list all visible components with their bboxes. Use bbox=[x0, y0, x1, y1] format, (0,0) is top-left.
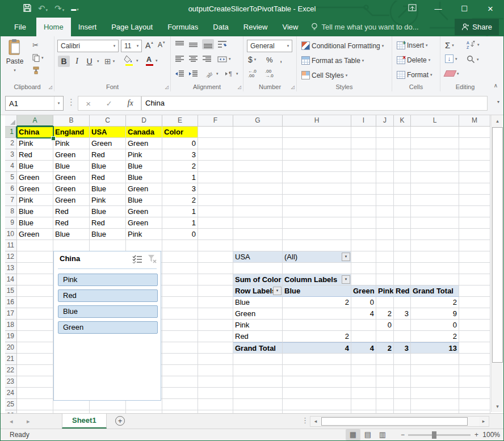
cell-D1[interactable]: Canada bbox=[126, 127, 162, 138]
cell-H17[interactable] bbox=[283, 308, 351, 320]
tab-page-layout[interactable]: Page Layout bbox=[104, 18, 160, 36]
cell-B3[interactable]: Green bbox=[53, 149, 90, 161]
cell-K12[interactable] bbox=[394, 251, 411, 263]
cell-I6[interactable] bbox=[351, 183, 376, 195]
cell-I11[interactable] bbox=[351, 240, 376, 251]
cell-E25[interactable] bbox=[162, 399, 198, 410]
tab-data[interactable]: Data bbox=[205, 18, 236, 36]
cell-J1[interactable] bbox=[376, 127, 394, 138]
cell-H19[interactable]: 2 bbox=[283, 331, 351, 342]
page-layout-view-icon[interactable]: ▤ bbox=[360, 429, 375, 440]
page-break-view-icon[interactable]: ▥ bbox=[375, 429, 390, 440]
cell-A20[interactable] bbox=[17, 342, 53, 354]
cell-G25[interactable] bbox=[233, 399, 283, 410]
cell-C9[interactable]: Red bbox=[90, 217, 126, 229]
cell-J25[interactable] bbox=[376, 399, 394, 410]
column-header-M[interactable]: M bbox=[459, 115, 490, 127]
cell-M24[interactable] bbox=[459, 388, 490, 399]
cell-M4[interactable] bbox=[459, 161, 490, 172]
zoom-in-icon[interactable]: + bbox=[474, 431, 478, 439]
cell-I14[interactable] bbox=[351, 274, 376, 285]
cell-A25[interactable] bbox=[17, 399, 53, 410]
cell-G22[interactable] bbox=[233, 365, 283, 376]
horizontal-scroll-thumb[interactable] bbox=[321, 417, 468, 426]
cell-A10[interactable]: Green bbox=[17, 229, 53, 240]
column-header-A[interactable]: A bbox=[17, 115, 53, 127]
sheet-grid[interactable]: ABCDEFGHIJKLM1ChinaEnglandUSACanadaColor… bbox=[5, 115, 503, 413]
cell-M7[interactable] bbox=[459, 195, 490, 206]
cell-M12[interactable] bbox=[459, 251, 490, 263]
row-header-24[interactable]: 24 bbox=[5, 388, 17, 399]
cell-K22[interactable] bbox=[394, 365, 411, 376]
cell-J8[interactable] bbox=[376, 206, 394, 217]
grow-font-button[interactable]: A▴ bbox=[145, 41, 154, 50]
row-header-23[interactable]: 23 bbox=[5, 376, 17, 388]
slicer-item-pink[interactable]: Pink bbox=[58, 274, 158, 286]
slicer-china[interactable]: ChinaPinkRedBlueGreen bbox=[53, 251, 161, 401]
cell-H18[interactable] bbox=[283, 320, 351, 331]
cell-F9[interactable] bbox=[198, 217, 233, 229]
zoom-level[interactable]: 100% bbox=[480, 431, 500, 439]
cell-K14[interactable] bbox=[394, 274, 411, 285]
cell-L10[interactable] bbox=[411, 229, 459, 240]
column-header-L[interactable]: L bbox=[411, 115, 459, 127]
collapse-ribbon-icon[interactable]: ∧ bbox=[494, 82, 498, 89]
cell-L2[interactable] bbox=[411, 138, 459, 149]
cell-E2[interactable]: 0 bbox=[162, 138, 198, 149]
cell-L9[interactable] bbox=[411, 217, 459, 229]
cell-L22[interactable] bbox=[411, 365, 459, 376]
find-select-button[interactable]: ▾ bbox=[467, 55, 479, 64]
cell-E17[interactable] bbox=[162, 308, 198, 320]
cell-K9[interactable] bbox=[394, 217, 411, 229]
name-box-caret-icon[interactable]: ▾ bbox=[54, 96, 63, 110]
text-direction-icon[interactable]: ¶▾ bbox=[225, 70, 238, 78]
cell-I25[interactable] bbox=[351, 399, 376, 410]
row-header-13[interactable]: 13 bbox=[5, 263, 17, 274]
cell-D5[interactable]: Blue bbox=[126, 172, 162, 183]
align-left-icon[interactable] bbox=[175, 55, 184, 63]
cell-H21[interactable] bbox=[283, 354, 351, 365]
clear-button[interactable]: ▾ bbox=[445, 70, 459, 77]
cell-M22[interactable] bbox=[459, 365, 490, 376]
cell-A23[interactable] bbox=[17, 376, 53, 388]
increase-indent-icon[interactable] bbox=[188, 70, 198, 78]
cell-H10[interactable] bbox=[283, 229, 351, 240]
cell-C4[interactable]: Blue bbox=[90, 161, 126, 172]
cell-A1[interactable]: China bbox=[17, 127, 53, 138]
cell-I17[interactable]: 4 bbox=[351, 308, 376, 320]
cell-I7[interactable] bbox=[351, 195, 376, 206]
borders-button[interactable]: ⊞▾ bbox=[104, 57, 115, 66]
align-middle-icon[interactable] bbox=[188, 40, 198, 48]
tab-formulas[interactable]: Formulas bbox=[160, 18, 205, 36]
cell-A13[interactable] bbox=[17, 263, 53, 274]
cell-G4[interactable] bbox=[233, 161, 283, 172]
cell-M20[interactable] bbox=[459, 342, 490, 354]
cell-G17[interactable]: Green bbox=[233, 308, 283, 320]
cell-F20[interactable] bbox=[198, 342, 233, 354]
cell-K3[interactable] bbox=[394, 149, 411, 161]
decrease-decimal-button[interactable]: .00→.0 bbox=[265, 69, 274, 78]
row-header-20[interactable]: 20 bbox=[5, 342, 17, 354]
cell-A15[interactable] bbox=[17, 285, 53, 297]
cell-F3[interactable] bbox=[198, 149, 233, 161]
cell-B6[interactable]: Green bbox=[53, 183, 90, 195]
cell-M18[interactable] bbox=[459, 320, 490, 331]
cell-F6[interactable] bbox=[198, 183, 233, 195]
row-header-11[interactable]: 11 bbox=[5, 240, 17, 251]
format-cells-button[interactable]: Format▾ bbox=[397, 71, 432, 79]
cell-J22[interactable] bbox=[376, 365, 394, 376]
name-box[interactable]: A1 ▾ bbox=[5, 96, 64, 111]
cell-I15[interactable]: Green bbox=[351, 285, 376, 297]
cell-J20[interactable]: 2 bbox=[376, 342, 394, 354]
cell-D2[interactable]: Green bbox=[126, 138, 162, 149]
scroll-right-icon[interactable]: ▸ bbox=[479, 417, 488, 426]
cell-B1[interactable]: England bbox=[53, 127, 90, 138]
cell-B8[interactable]: Red bbox=[53, 206, 90, 217]
clipboard-dialog-launcher-icon[interactable]: ◿ bbox=[49, 85, 52, 90]
column-header-I[interactable]: I bbox=[351, 115, 376, 127]
cell-K15[interactable]: Red bbox=[394, 285, 411, 297]
cell-J11[interactable] bbox=[376, 240, 394, 251]
cell-J24[interactable] bbox=[376, 388, 394, 399]
select-all-corner[interactable] bbox=[5, 115, 17, 127]
row-header-14[interactable]: 14 bbox=[5, 274, 17, 285]
